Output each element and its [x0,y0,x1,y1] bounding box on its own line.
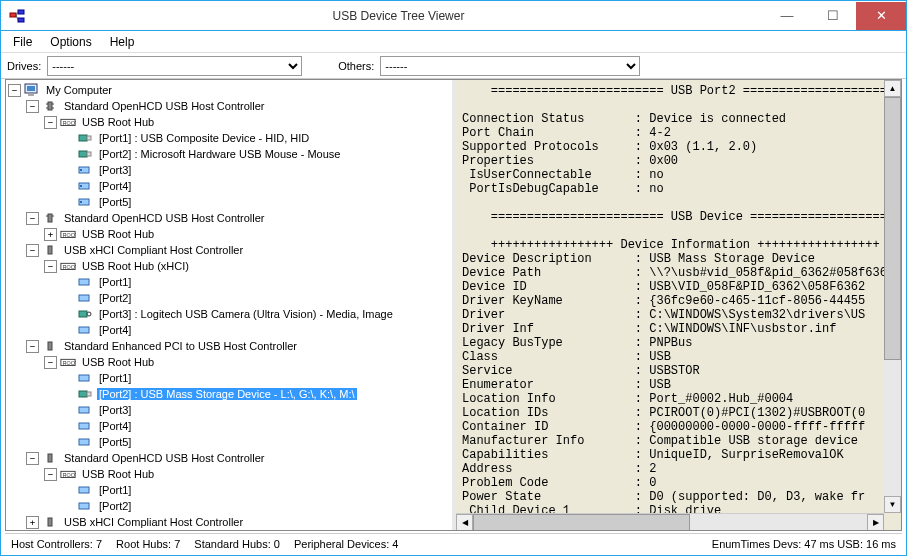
tree-label: [Port1] : USB Composite Device - HID, HI… [97,132,311,144]
svg-rect-20 [80,169,82,171]
scroll-up-button[interactable]: ▲ [884,80,901,97]
root-hub-icon: ROOT [59,227,77,241]
expander-icon[interactable]: − [26,244,39,257]
tree-port[interactable]: [Port3] : Logitech USB Camera (Ultra Vis… [8,306,452,322]
svg-rect-35 [79,311,87,317]
tree-port-selected[interactable]: [Port2] : USB Mass Storage Device - L:\,… [8,386,452,402]
svg-rect-16 [87,136,91,140]
usb-port-icon [76,131,94,145]
content-area: − My Computer − Standard OpenHCD USB Hos… [5,79,902,531]
expander-icon[interactable]: − [44,468,57,481]
tree-hub[interactable]: − ROOT USB Root Hub (xHCI) [8,258,452,274]
scroll-track[interactable] [884,97,901,496]
close-button[interactable]: ✕ [856,2,906,30]
tree-host[interactable]: + USB xHCI Compliant Host Controller [8,514,452,530]
others-select[interactable]: ------ [380,56,640,76]
tree-label: Standard OpenHCD USB Host Controller [62,212,267,224]
expander-icon[interactable]: − [26,100,39,113]
tree-port[interactable]: [Port4] [8,178,452,194]
tree-port[interactable]: [Port5] [8,434,452,450]
tree-port[interactable]: [Port4] [8,418,452,434]
svg-text:ROOT: ROOT [63,264,76,270]
tree-port[interactable]: [Port4] [8,322,452,338]
tree-port[interactable]: [Port3] [8,162,452,178]
tree-label: [Port1] [97,276,133,288]
svg-rect-43 [87,392,91,396]
svg-rect-18 [87,152,91,156]
tree-label: USB xHCI Compliant Host Controller [62,516,245,528]
tree-label: [Port4] [97,324,133,336]
scroll-right-button[interactable]: ▶ [867,514,884,531]
tree-label: [Port5] [97,196,133,208]
expander-icon[interactable]: − [26,212,39,225]
scroll-thumb[interactable] [473,514,690,531]
detail-panel[interactable]: ======================== USB Port2 =====… [456,80,901,530]
tree-hub[interactable]: − ROOT USB Root Hub [8,466,452,482]
status-peripheral-devices: Peripheral Devices: 4 [294,538,399,550]
svg-rect-33 [79,279,89,285]
tree-host[interactable]: − Standard OpenHCD USB Host Controller [8,98,452,114]
tree-label: Standard OpenHCD USB Host Controller [62,452,267,464]
minimize-button[interactable]: — [764,2,810,30]
expander-icon[interactable]: − [8,84,21,97]
tree-port[interactable]: [Port2] [8,498,452,514]
tree-port[interactable]: [Port1] [8,482,452,498]
tree-label: [Port2] : Microsoft Hardware USB Mouse -… [97,148,342,160]
expander-icon[interactable]: − [44,356,57,369]
expander-icon[interactable]: − [26,452,39,465]
expander-icon[interactable]: + [44,228,57,241]
scroll-track[interactable] [473,514,867,531]
statusbar: Host Controllers: 7 Root Hubs: 7 Standar… [5,533,902,553]
drives-label: Drives: [7,60,41,72]
usb-port-icon [76,147,94,161]
window-title: USB Device Tree Viewer [33,9,764,23]
tree-host[interactable]: − Standard OpenHCD USB Host Controller [8,210,452,226]
tree-root[interactable]: − My Computer [8,82,452,98]
svg-rect-22 [80,185,82,187]
tree-host[interactable]: − USB xHCI Compliant Host Controller [8,242,452,258]
tree-hub[interactable]: + ROOT USB Root Hub [8,226,452,242]
tree-port[interactable]: [Port3] [8,402,452,418]
tree-port[interactable]: [Port5] [8,194,452,210]
tree-hub[interactable]: − ROOT USB Root Hub [8,354,452,370]
expander-icon[interactable]: − [26,340,39,353]
expander-icon[interactable]: + [26,516,39,529]
scroll-thumb[interactable] [884,97,901,360]
tree-host[interactable]: − Standard Enhanced PCI to USB Host Cont… [8,338,452,354]
tree-host[interactable]: − Standard OpenHCD USB Host Controller [8,450,452,466]
svg-rect-1 [18,10,24,14]
scroll-down-button[interactable]: ▼ [884,496,901,513]
svg-rect-47 [48,454,52,462]
svg-rect-41 [79,375,89,381]
menu-help[interactable]: Help [102,33,143,51]
menu-file[interactable]: File [5,33,40,51]
tree-port[interactable]: [Port1] [8,274,452,290]
tree-hub[interactable]: − ROOT USB Root Hub [8,114,452,130]
menu-options[interactable]: Options [42,33,99,51]
svg-rect-25 [48,214,52,222]
device-tree[interactable]: − My Computer − Standard OpenHCD USB Hos… [6,80,456,530]
tree-label: [Port1] [97,372,133,384]
empty-port-icon [76,483,94,497]
tree-port[interactable]: [Port2] : Microsoft Hardware USB Mouse -… [8,146,452,162]
empty-port-icon [76,435,94,449]
expander-icon[interactable]: − [44,260,57,273]
status-standard-hubs: Standard Hubs: 0 [194,538,280,550]
tree-port[interactable]: [Port2] [8,290,452,306]
empty-port-icon [76,403,94,417]
scroll-left-button[interactable]: ◀ [456,514,473,531]
tree-port[interactable]: [Port1] : USB Composite Device - HID, HI… [8,130,452,146]
maximize-button[interactable]: ☐ [810,2,856,30]
expander-icon[interactable]: − [44,116,57,129]
empty-port-icon [76,419,94,433]
empty-port-icon [76,275,94,289]
host-controller-icon [41,339,59,353]
vertical-scrollbar[interactable]: ▲ ▼ [884,80,901,513]
horizontal-scrollbar[interactable]: ◀ ▶ [456,513,884,530]
tree-label: [Port3] [97,164,133,176]
drives-select[interactable]: ------ [47,56,302,76]
status-root-hubs: Root Hubs: 7 [116,538,180,550]
svg-rect-46 [79,439,89,445]
tree-port[interactable]: [Port1] [8,370,452,386]
svg-text:ROOT: ROOT [63,360,76,366]
